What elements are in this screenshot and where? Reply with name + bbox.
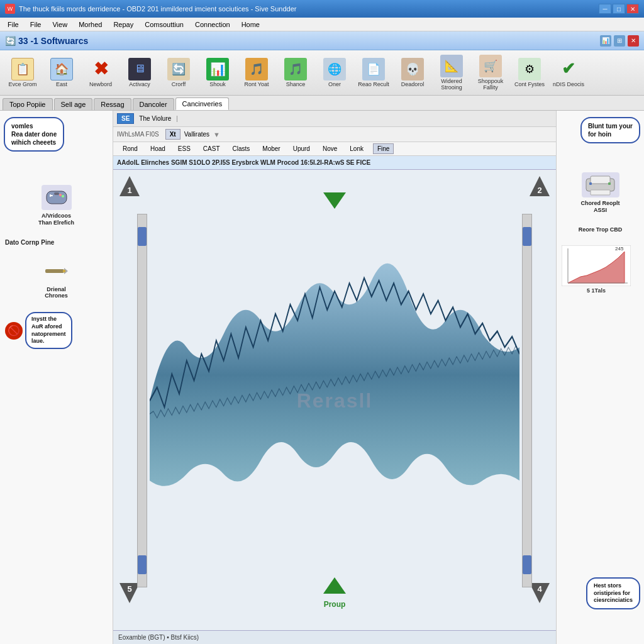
toolbar-widered-strooing[interactable]: 📐 Widered Strooing: [434, 53, 469, 92]
left-slider-handle-top[interactable]: [138, 227, 147, 246]
east-label: East: [56, 82, 67, 88]
toolbar-evce-grom[interactable]: 📋 Evce Grom: [5, 57, 40, 89]
tab-dancoler[interactable]: Dancoler: [133, 98, 174, 110]
title-bar-controls[interactable]: ─ □ ✕: [599, 4, 639, 14]
bolt-icon: [42, 258, 72, 284]
toolbar-activacy[interactable]: 🖥 Activacy: [122, 57, 157, 89]
tab-ressag[interactable]: Ressag: [94, 98, 131, 110]
marker-4: 4: [530, 583, 550, 603]
sw-icon-grid[interactable]: ⊞: [614, 35, 625, 47]
left-slider-handle-bottom[interactable]: [138, 555, 147, 574]
sw-icon-chart[interactable]: 📊: [600, 35, 611, 47]
refresh-icon: 🔄: [5, 36, 16, 46]
toolbar-deadorol[interactable]: 💀 Deadorol: [395, 57, 430, 89]
left-panel: vomles Rea dater done wihich cheeets A/V…: [0, 111, 113, 644]
toolbar-ndis-deocis[interactable]: ✔ nDIS Deocis: [551, 57, 586, 89]
secondary-nav: IWhLsMA FI0S Xt Vallirates ▼: [113, 127, 556, 142]
nav-upurd[interactable]: Upurd: [287, 143, 316, 154]
se-badge: SE: [117, 113, 134, 124]
sw-icon-close[interactable]: ✕: [628, 35, 639, 47]
menu-repay[interactable]: Repay: [108, 19, 138, 30]
bubble-right-line1: Blunt tum your: [588, 122, 633, 130]
bolt-item: DrienalChrones: [5, 258, 108, 300]
toolbar-shance[interactable]: 🎵 Shance: [278, 57, 313, 89]
bubble-line3: wihich cheeets: [11, 138, 57, 147]
shance-icon: 🎵: [284, 58, 307, 80]
bubble-top-right: Blunt tum your for hoin: [580, 117, 640, 143]
svg-text:245: 245: [615, 246, 624, 252]
close-button[interactable]: ✕: [626, 4, 639, 14]
svg-rect-11: [591, 190, 610, 195]
center-panel: SE The Violure | IWhLsMA FI0S Xt Vallira…: [113, 111, 556, 644]
svg-point-3: [59, 194, 62, 196]
nav-cast[interactable]: CAST: [197, 143, 226, 154]
bubble-right2-line2: oristipries for: [594, 590, 633, 597]
reore-trop-label: Reore Trop CBD: [562, 226, 639, 233]
toolbar-newbord[interactable]: ✖ Newbord: [83, 57, 118, 89]
toolbar-reao-recult[interactable]: 📄 Reao Recult: [356, 57, 391, 89]
nav-nove[interactable]: Nove: [317, 143, 343, 154]
toolbar-ront-yoat[interactable]: 🎵 Ront Yoat: [239, 57, 274, 89]
shance-label: Shance: [286, 82, 306, 88]
nav-ess[interactable]: ESS: [172, 143, 196, 154]
printer-item: Chored ReopltASSI: [562, 172, 639, 214]
center-header-label: IWhLsMA FI0S: [117, 131, 159, 138]
crorff-label: Crorff: [172, 82, 186, 88]
toolbar-crorff[interactable]: 🔄 Crorff: [161, 57, 196, 89]
maximize-button[interactable]: □: [613, 4, 625, 14]
bubble-right-line2: for hoin: [588, 130, 633, 138]
reao-recult-icon: 📄: [362, 58, 385, 80]
evce-grom-icon: 📋: [11, 58, 34, 80]
menu-connection[interactable]: Connection: [190, 19, 235, 30]
toolbar-cont-fystes[interactable]: ⚙ Cont Fystes: [512, 57, 547, 89]
bubble-right2-line3: ciesrcinciatics: [594, 597, 633, 604]
chart-label: 5 1Tals: [562, 287, 631, 294]
nav-btn-xt[interactable]: Xt: [165, 129, 180, 140]
evce-grom-label: Evce Grom: [8, 82, 36, 88]
nav-rond[interactable]: Rond: [117, 143, 143, 154]
right-slider-handle-top[interactable]: [523, 227, 531, 246]
left-slider[interactable]: [137, 214, 147, 587]
software-bar-icons[interactable]: 📊 ⊞ ✕: [600, 35, 639, 47]
bubble-bottom-left: Inystt the AuR afored natoprement laue.: [25, 312, 72, 349]
menu-comsouttiun[interactable]: Comsouttiun: [140, 19, 189, 30]
bubble-line2: Rea dater done: [11, 130, 57, 138]
right-panel: Blunt tum your for hoin Chored ReopltASS…: [556, 111, 644, 644]
toolbar-shouk[interactable]: 📊 Shouk: [200, 57, 235, 89]
oner-icon: 🌐: [323, 58, 346, 80]
right-slider-handle-bottom[interactable]: [523, 555, 531, 574]
ront-yoat-icon: 🎵: [245, 58, 268, 80]
tab-bar: Topo Popiie Sell age Ressag Dancoler Can…: [0, 96, 644, 111]
bubble2-line3: natoprement: [31, 331, 66, 338]
menu-view[interactable]: View: [47, 19, 72, 30]
nav-clasts[interactable]: Clasts: [227, 143, 256, 154]
nav-mober[interactable]: Mober: [257, 143, 286, 154]
toolbar-oner[interactable]: 🌐 Oner: [317, 57, 352, 89]
reao-recult-label: Reao Recult: [358, 82, 389, 88]
waveform-text-overlay: Rerasll: [297, 389, 373, 413]
menu-file1[interactable]: File: [3, 19, 24, 30]
toolbar-east[interactable]: 🏠 East: [44, 57, 79, 89]
right-slider[interactable]: [522, 214, 532, 587]
nav-hoad[interactable]: Hoad: [145, 143, 171, 154]
activacy-label: Activacy: [129, 82, 150, 88]
nav-fine-btn[interactable]: Fine: [373, 143, 394, 154]
toolbar-shoppouk-fallity[interactable]: 🛒 Shoppouk Fallity: [473, 53, 508, 92]
shoppouk-fallity-icon: 🛒: [479, 55, 502, 77]
game-controller-label: A/VridcoosThan Elrefich: [38, 213, 74, 226]
menu-home[interactable]: Home: [236, 19, 265, 30]
tab-sell-age[interactable]: Sell age: [54, 98, 93, 110]
svg-rect-13: [608, 182, 611, 185]
tab-topo-popiie[interactable]: Topo Popiie: [3, 98, 53, 110]
nav-lonk[interactable]: Lonk: [344, 143, 369, 154]
oner-label: Oner: [328, 82, 341, 88]
tab-cancinveries[interactable]: Cancinveries: [175, 97, 230, 110]
bubble-top-left: vomles Rea dater done wihich cheeets: [4, 117, 64, 152]
svg-rect-2: [50, 194, 51, 197]
newbord-label: Newbord: [89, 82, 112, 88]
menu-morhed[interactable]: Morhed: [74, 19, 107, 30]
app-icon: W: [5, 4, 15, 14]
deadorol-label: Deadorol: [401, 82, 425, 88]
minimize-button[interactable]: ─: [599, 4, 611, 14]
menu-file2[interactable]: File: [25, 19, 47, 30]
